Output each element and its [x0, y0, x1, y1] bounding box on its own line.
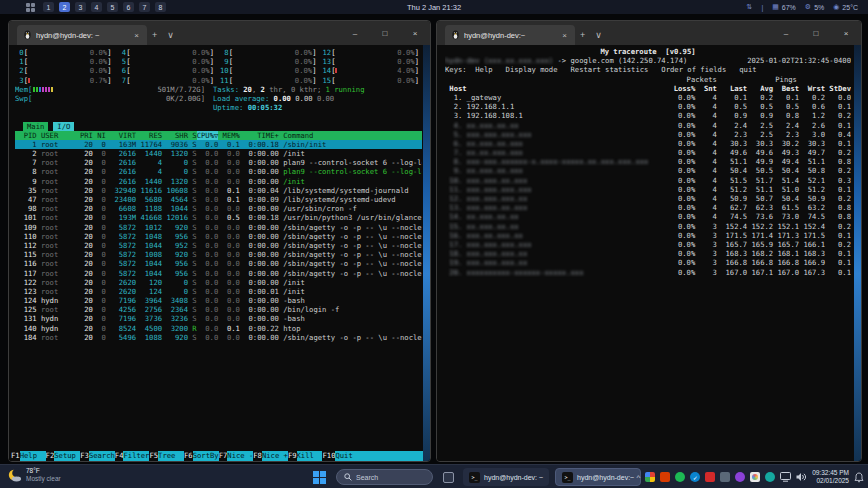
- start-button[interactable]: [308, 467, 330, 487]
- tab-close-icon[interactable]: ×: [132, 31, 141, 40]
- tray-app-icon[interactable]: [660, 472, 670, 482]
- column-header-pid[interactable]: PID: [15, 131, 37, 140]
- column-header-res[interactable]: RES: [136, 131, 162, 140]
- taskbar: 78°F Mostly clear Search >_hydn@hydn-dev…: [0, 464, 868, 488]
- process-row: 7root200261640S0.00.00:00.00plan9 --cont…: [15, 158, 422, 167]
- process-row: 112root20058721044952S0.00.00:00.00/sbin…: [15, 241, 422, 250]
- left-terminal-tab[interactable]: hydn@hydn-dev: ~ ×: [17, 25, 147, 45]
- hop-row: 3. 192.168.108.10.0%40.90.90.81.20.2: [445, 111, 851, 120]
- left-titlebar: hydn@hydn-dev: ~ × + ∨ – □ ×: [9, 21, 430, 45]
- volume-icon[interactable]: [796, 472, 807, 482]
- maximize-button[interactable]: □: [801, 21, 831, 45]
- new-tab-button[interactable]: +: [147, 25, 162, 45]
- minimize-button[interactable]: –: [771, 21, 801, 45]
- htop-screen-tabs: Main I/O: [15, 122, 422, 131]
- hop-host-redacted: 12. xxx.xxx.xxx.xx: [445, 194, 665, 203]
- pinned-app-button[interactable]: [439, 468, 457, 486]
- new-tab-button[interactable]: +: [575, 25, 590, 45]
- fkey-f3[interactable]: F3Search: [80, 451, 115, 461]
- cpu-meter-15: 15[0.0%]: [323, 76, 423, 85]
- fkey-f4[interactable]: F4Filter: [115, 451, 150, 461]
- right-scrollbar[interactable]: [854, 45, 861, 461]
- tray-app-icon[interactable]: [735, 472, 745, 482]
- taskbar-clock[interactable]: 09:32:45 PM 02/01/2025: [812, 469, 849, 485]
- column-header-user[interactable]: USER: [37, 131, 76, 140]
- cpu-meter-2: 2[0.0%]: [15, 66, 118, 75]
- hop-row: 11. xxx.xxx.xxx.xxx0.0%451.251.151.051.2…: [445, 185, 851, 194]
- column-header-virt[interactable]: VIRT: [106, 131, 136, 140]
- taskbar-terminal-button[interactable]: >_hydn@hydn-dev:~: [555, 468, 641, 486]
- display-icon[interactable]: [780, 472, 791, 482]
- tray-app-icon[interactable]: [675, 472, 685, 482]
- hop-host-redacted: 16. xxx.xx.xxx.xx: [445, 231, 665, 240]
- fkey-f10[interactable]: F10Quit: [322, 451, 361, 461]
- cpu-meter-10: 10[0.0%]: [220, 66, 323, 75]
- htop-tab-main[interactable]: Main: [23, 122, 48, 131]
- column-header-pri[interactable]: PRI: [76, 131, 93, 140]
- minimize-button[interactable]: –: [340, 21, 370, 45]
- fkey-f2[interactable]: F2Setup: [46, 451, 81, 461]
- column-header-ni[interactable]: NI: [93, 131, 106, 140]
- fkey-f9[interactable]: F9Kill: [288, 451, 323, 461]
- tray-app-icon[interactable]: ✓: [690, 472, 700, 482]
- process-row: 124hydn200719639643408S0.00.00:00.00-bas…: [15, 296, 422, 305]
- process-row: 109root20058721012920S0.00.00:00.00/sbin…: [15, 223, 422, 232]
- fkey-f1[interactable]: F1Help: [11, 451, 46, 461]
- tab-dropdown-button[interactable]: ∨: [162, 25, 179, 45]
- close-button[interactable]: ×: [400, 21, 430, 45]
- tray-overflow-chevron-icon[interactable]: ^: [636, 473, 640, 482]
- tray-app-icon[interactable]: [705, 472, 715, 482]
- fkey-f7[interactable]: F7Nice -: [219, 451, 254, 461]
- mtr-column-header: HostLoss%SntLastAvgBestWrstStDev: [445, 84, 851, 93]
- tray-app-icon[interactable]: [765, 472, 775, 482]
- weather-widget[interactable]: 78°F Mostly clear: [6, 467, 61, 483]
- tux-icon: [23, 30, 32, 40]
- process-table-header[interactable]: PIDUSERPRINIVIRTRESSHRSCPU%▽MEM%TIME+Com…: [15, 131, 422, 140]
- hop-host-redacted: 8. xxx-xxx.xxxxxx-x.xxxx-xxxxx.xx.xxx.xx…: [445, 157, 665, 166]
- load-average-line: Load average: 0.00 0.00 0.00: [213, 94, 422, 103]
- left-scrollbar[interactable]: [423, 45, 430, 461]
- column-header-shr[interactable]: SHR: [162, 131, 188, 140]
- taskbar-terminal-button[interactable]: >_hydn@hydn-dev: ~: [463, 468, 549, 486]
- hop-row: 10. xxx.xxx.xx.xxx0.0%451.551.751.452.10…: [445, 176, 851, 185]
- tab-close-icon[interactable]: ×: [560, 31, 569, 40]
- column-header-command[interactable]: Command: [279, 131, 422, 140]
- clock-date: 02/01/2025: [812, 477, 849, 485]
- process-row: 1root200163M117649036S0.00.10:00.18/sbin…: [15, 140, 422, 149]
- notification-bell-icon[interactable]: [854, 472, 864, 483]
- tray-app-icon[interactable]: [645, 472, 655, 482]
- right-titlebar: hydn@hydn-dev:~ × + ∨ – □ ×: [437, 21, 861, 45]
- tray-icon-list: ✓: [645, 472, 775, 482]
- cpu-meter-5: 5[0.0%]: [118, 57, 221, 66]
- hop-host-redacted: 18. xxx.xxx.xxx.xx: [445, 249, 665, 258]
- process-row: 117root20058721044956S0.00.00:00.00/sbin…: [15, 269, 422, 278]
- right-terminal-tab[interactable]: hydn@hydn-dev:~ ×: [445, 25, 575, 45]
- fkey-f8[interactable]: F8Nice +: [253, 451, 288, 461]
- column-header-time[interactable]: TIME+: [240, 131, 279, 140]
- column-header-best: Best: [773, 84, 799, 93]
- tray-app-icon[interactable]: [750, 472, 760, 482]
- right-terminal-window: hydn@hydn-dev:~ × + ∨ – □ × My tracerout…: [436, 20, 862, 462]
- cpu-meter-13: 13[0.0%]: [323, 57, 423, 66]
- taskbar-window-buttons: >_hydn@hydn-dev: ~>_hydn@hydn-dev:~: [463, 468, 641, 486]
- search-input[interactable]: Search: [336, 469, 433, 485]
- cpu-meter-0: 0[0.0%]: [15, 48, 118, 57]
- maximize-button[interactable]: □: [370, 21, 400, 45]
- process-row: 2root200261614401320S0.00.00:00.00/init: [15, 149, 422, 158]
- column-header-s[interactable]: S: [188, 131, 197, 140]
- swap-meter: Swp[0K/2.00G]: [15, 94, 205, 103]
- mtr-timestamp: 2025-01-02T21:32:45-0400: [747, 56, 851, 65]
- cpu-meter-14: 14[4.0%]: [323, 66, 423, 75]
- column-header-mem[interactable]: MEM%: [218, 131, 240, 140]
- column-header-cpu[interactable]: CPU%▽: [197, 131, 219, 140]
- tab-dropdown-button[interactable]: ∨: [590, 25, 607, 45]
- process-row: 184root20054961088920S0.00.00:00.00/sbin…: [15, 333, 422, 342]
- process-row: 140hydn200852445003200R0.00.10:00.22htop: [15, 324, 422, 333]
- htop-app: 0[0.0%]4[0.0%]8[0.0%]12[0.0%]1[0.0%]5[0.…: [9, 45, 422, 461]
- close-button[interactable]: ×: [831, 21, 861, 45]
- htop-tab-io[interactable]: I/O: [53, 122, 74, 131]
- fkey-f5[interactable]: F5Tree: [149, 451, 184, 461]
- fkey-f6[interactable]: F6SortBy: [184, 451, 219, 461]
- tray-app-icon[interactable]: [720, 472, 730, 482]
- process-row: 131hydn200719637363236S0.00.00:00.00-bas…: [15, 314, 422, 323]
